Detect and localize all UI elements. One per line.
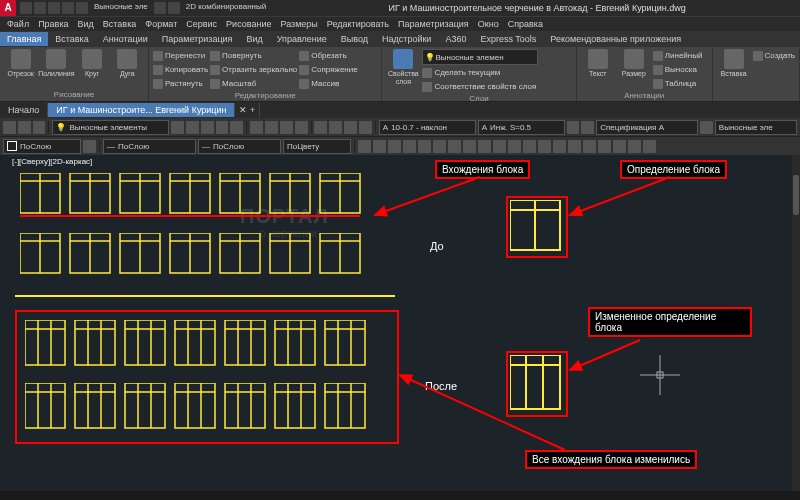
make-current-button[interactable]: Сделать текущим	[422, 66, 538, 79]
tb-icon[interactable]	[567, 121, 580, 134]
menu-param[interactable]: Параметризация	[394, 19, 473, 29]
tab-insert[interactable]: Вставка	[48, 32, 95, 46]
menu-modify[interactable]: Редактировать	[323, 19, 393, 29]
menu-format[interactable]: Формат	[141, 19, 181, 29]
tb-icon[interactable]	[83, 140, 96, 153]
app-icon[interactable]: A	[0, 0, 16, 16]
tab-addins[interactable]: Надстройки	[375, 32, 438, 46]
scroll-thumb[interactable]	[793, 175, 799, 215]
tb-icon[interactable]	[463, 140, 476, 153]
tab-annot[interactable]: Аннотации	[96, 32, 155, 46]
tb-icon[interactable]	[250, 121, 263, 134]
lweight-combo[interactable]: — ПоСлою	[198, 139, 281, 154]
tb-icon[interactable]	[583, 140, 596, 153]
tb-icon[interactable]	[186, 121, 199, 134]
tb-icon[interactable]	[358, 140, 371, 153]
tab-featured[interactable]: Рекомендованные приложения	[543, 32, 688, 46]
qat-combo-2[interactable]: 2D комбинированный	[186, 2, 266, 14]
tb-icon[interactable]	[344, 121, 357, 134]
tb-icon[interactable]	[628, 140, 641, 153]
qat-icon-a[interactable]	[154, 2, 166, 14]
scale-button[interactable]: Масштаб	[210, 77, 297, 90]
tb-icon[interactable]	[581, 121, 594, 134]
tb-textstyle-combo[interactable]: A 10-0.7 - наклон	[379, 120, 476, 135]
copy-button[interactable]: Копировать	[153, 63, 208, 76]
tb-icon[interactable]	[18, 121, 31, 134]
tb-icon[interactable]	[3, 121, 16, 134]
menu-edit[interactable]: Правка	[34, 19, 72, 29]
tb-icon[interactable]	[553, 140, 566, 153]
tb-icon[interactable]	[598, 140, 611, 153]
qat-redo-icon[interactable]	[76, 2, 88, 14]
doctab-drawing[interactable]: ИГ и Машиностроите... Евгений Курицин	[48, 103, 235, 117]
tb-icon[interactable]	[171, 121, 184, 134]
insert-block-button[interactable]: Вставка	[717, 49, 751, 78]
layer-props-button[interactable]: Свойства слоя	[386, 49, 420, 86]
menu-help[interactable]: Справка	[504, 19, 547, 29]
doctab-add[interactable]: ✕ +	[235, 103, 260, 117]
tb-icon[interactable]	[523, 140, 536, 153]
tb-icon[interactable]	[314, 121, 327, 134]
tab-a360[interactable]: A360	[438, 32, 473, 46]
drawing-canvas[interactable]: [-][Сверху][2D-каркас] ПОРТАЛ о черчении…	[0, 155, 800, 491]
tb-icon[interactable]	[359, 121, 372, 134]
tb-icon[interactable]	[448, 140, 461, 153]
tb-dimstyle-combo[interactable]: A Инж. S=0.5	[478, 120, 565, 135]
tb-icon[interactable]	[295, 121, 308, 134]
move-button[interactable]: Перенести	[153, 49, 208, 62]
tb-icon[interactable]	[700, 121, 713, 134]
tab-param[interactable]: Параметризация	[155, 32, 240, 46]
tb-icon[interactable]	[613, 140, 626, 153]
text-button[interactable]: Текст	[581, 49, 615, 78]
tb-icon[interactable]	[643, 140, 656, 153]
tb-icon[interactable]	[388, 140, 401, 153]
menu-insert[interactable]: Вставка	[99, 19, 140, 29]
qat-undo-icon[interactable]	[62, 2, 74, 14]
view-label[interactable]: [-][Сверху][2D-каркас]	[12, 157, 92, 166]
tab-home[interactable]: Главная	[0, 32, 48, 46]
menu-service[interactable]: Сервис	[182, 19, 221, 29]
tb-icon[interactable]	[265, 121, 278, 134]
menu-file[interactable]: Файл	[3, 19, 33, 29]
tb-layer-combo[interactable]: 💡 Выносные элементы	[52, 120, 169, 135]
tb-icon[interactable]	[329, 121, 342, 134]
tb-icon[interactable]	[508, 140, 521, 153]
circle-button[interactable]: Круг	[75, 49, 108, 78]
tb-icon[interactable]	[403, 140, 416, 153]
tab-express[interactable]: Express Tools	[473, 32, 543, 46]
tb-icon[interactable]	[216, 121, 229, 134]
qat-open-icon[interactable]	[34, 2, 46, 14]
doctab-start[interactable]: Начало	[0, 103, 48, 117]
tb-icon[interactable]	[373, 140, 386, 153]
tab-view[interactable]: Вид	[239, 32, 269, 46]
fillet-button[interactable]: Сопряжение	[299, 63, 357, 76]
plot-combo[interactable]: ПоЦвету	[283, 139, 351, 154]
qat-save-icon[interactable]	[48, 2, 60, 14]
stretch-button[interactable]: Растянуть	[153, 77, 208, 90]
tb-icon[interactable]	[230, 121, 243, 134]
trim-button[interactable]: Обрезать	[299, 49, 357, 62]
tb-icon[interactable]	[280, 121, 293, 134]
match-layer-button[interactable]: Соответствие свойств слоя	[422, 80, 538, 93]
tb-icon[interactable]	[433, 140, 446, 153]
layer-combo[interactable]: 💡 Выносные элемен	[422, 49, 538, 65]
tb-icon[interactable]	[478, 140, 491, 153]
menu-view[interactable]: Вид	[74, 19, 98, 29]
tb-icon[interactable]	[493, 140, 506, 153]
qat-icon-b[interactable]	[168, 2, 180, 14]
arc-button[interactable]: Дуга	[111, 49, 144, 78]
qat-new-icon[interactable]	[20, 2, 32, 14]
line-button[interactable]: Отрезок	[4, 49, 37, 78]
qat-combo-1[interactable]: Выносные эле	[94, 2, 148, 14]
menu-window[interactable]: Окно	[474, 19, 503, 29]
create-block-button[interactable]: Создать	[753, 49, 795, 62]
mirror-button[interactable]: Отразить зеркально	[210, 63, 297, 76]
table-button[interactable]: Таблица	[653, 77, 703, 90]
linear-button[interactable]: Линейный	[653, 49, 703, 62]
rotate-button[interactable]: Повернуть	[210, 49, 297, 62]
tb-icon[interactable]	[538, 140, 551, 153]
leader-button[interactable]: Выноска	[653, 63, 703, 76]
tb-mleader-combo[interactable]: Спецификация A	[596, 120, 698, 135]
tb-table-combo[interactable]: Выносные эле	[715, 120, 797, 135]
menu-dim[interactable]: Размеры	[276, 19, 321, 29]
